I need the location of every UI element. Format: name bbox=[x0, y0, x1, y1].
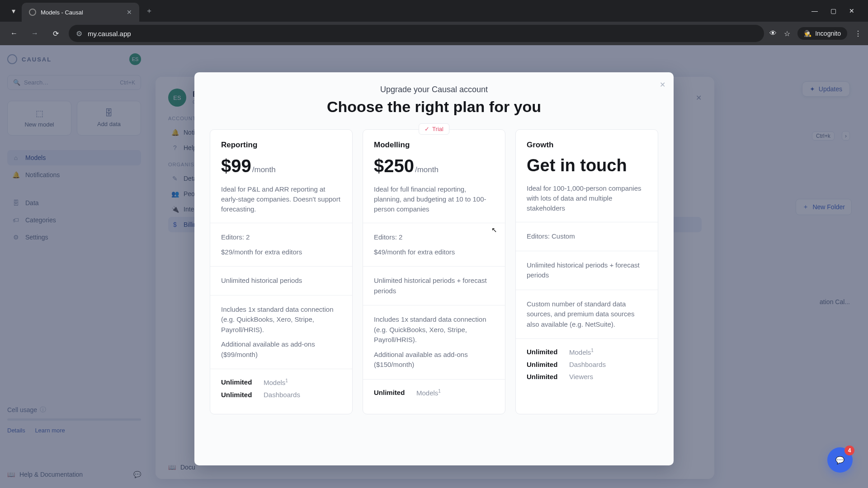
maximize-icon[interactable]: ▢ bbox=[830, 7, 836, 14]
plan-price: $250 bbox=[374, 156, 414, 176]
modal-scroll[interactable]: Upgrade your Causal account Choose the r… bbox=[194, 72, 674, 465]
trial-badge: ✓Trial bbox=[419, 123, 449, 135]
tab-title: Models - Causal bbox=[41, 9, 122, 16]
incognito-label: Incognito bbox=[815, 30, 841, 37]
reload-button[interactable]: ⟳ bbox=[48, 26, 63, 41]
limit-key: Unlimited bbox=[527, 373, 562, 380]
incognito-badge[interactable]: 🕵 Incognito bbox=[797, 27, 847, 40]
plan-limit-row: UnlimitedModels1 bbox=[374, 389, 494, 397]
plan-data-conn: Includes 1x standard data connection (e.… bbox=[374, 314, 494, 345]
eye-off-icon[interactable]: 👁 bbox=[769, 29, 777, 38]
limit-key: Unlimited bbox=[527, 348, 562, 356]
limit-sup: 1 bbox=[438, 389, 441, 394]
plan-periods: Unlimited historical periods bbox=[221, 276, 341, 286]
plan-period: /month bbox=[252, 165, 276, 174]
limit-value: Models bbox=[264, 379, 285, 386]
plan-reporting: Reporting $99/month Ideal for P&L and AR… bbox=[210, 129, 353, 414]
chat-icon: 💬 bbox=[835, 456, 844, 465]
plan-data-conn: Includes 1x standard data connection (e.… bbox=[221, 305, 341, 335]
url-text: my.causal.app bbox=[88, 30, 131, 38]
chat-badge: 4 bbox=[844, 446, 854, 455]
limit-sup: 1 bbox=[591, 348, 594, 353]
address-bar: ← → ⟳ ⚙ my.causal.app 👁 ☆ 🕵 Incognito ⋮ bbox=[0, 22, 868, 45]
plan-periods: Unlimited historical periods + forecast … bbox=[374, 276, 494, 296]
plan-addons: Additional available as add-ons ($150/mo… bbox=[374, 350, 494, 370]
plan-extra-editors: $29/month for extra editors bbox=[221, 247, 341, 258]
window-controls: ― ▢ ✕ bbox=[811, 7, 863, 14]
modal-title: Choose the right plan for you bbox=[205, 98, 663, 116]
plan-editors: Editors: 2 bbox=[221, 232, 341, 243]
plan-limit-row: UnlimitedModels1 bbox=[221, 378, 341, 386]
bookmark-icon[interactable]: ☆ bbox=[784, 29, 790, 38]
limit-value: Viewers bbox=[569, 373, 593, 380]
limit-value: Dashboards bbox=[569, 361, 606, 368]
check-icon: ✓ bbox=[425, 126, 429, 132]
plan-desc: Ideal for full financial reporting, plan… bbox=[374, 184, 494, 214]
app-root: CAUSAL ES 🔍 Search… Ctrl+K ⬚New model 🗄A… bbox=[0, 45, 868, 488]
plan-extra-editors: $49/month for extra editors bbox=[374, 247, 494, 258]
tab-favicon bbox=[29, 9, 36, 16]
incognito-icon: 🕵 bbox=[804, 30, 811, 37]
plan-limit-row: UnlimitedViewers bbox=[527, 373, 647, 380]
tab-bar: ▾ Models - Causal ✕ ＋ ― ▢ ✕ bbox=[0, 0, 868, 22]
new-tab-button[interactable]: ＋ bbox=[146, 6, 153, 16]
back-button[interactable]: ← bbox=[6, 26, 22, 41]
plan-desc: Ideal for P&L and ARR reporting at early… bbox=[221, 184, 341, 214]
plan-limit-row: UnlimitedDashboards bbox=[527, 361, 647, 368]
browser-chrome: ▾ Models - Causal ✕ ＋ ― ▢ ✕ ← → ⟳ ⚙ my.c… bbox=[0, 0, 868, 45]
close-window-icon[interactable]: ✕ bbox=[849, 7, 854, 14]
upgrade-modal: ✕ Upgrade your Causal account Choose the… bbox=[194, 72, 674, 465]
limit-value: Dashboards bbox=[264, 391, 300, 399]
plan-modelling: ✓Trial Modelling $250/month Ideal for fu… bbox=[363, 129, 505, 414]
modal-close-icon[interactable]: ✕ bbox=[660, 80, 665, 89]
limit-value: Models bbox=[569, 348, 591, 356]
trial-label: Trial bbox=[432, 126, 443, 132]
plan-growth: Growth Get in touch Ideal for 100-1,000-… bbox=[515, 129, 658, 414]
plan-name: Modelling bbox=[374, 141, 494, 150]
plan-data-conn: Custom number of standard data sources, … bbox=[527, 299, 647, 330]
forward-button[interactable]: → bbox=[27, 26, 42, 41]
minimize-icon[interactable]: ― bbox=[811, 7, 818, 14]
limit-key: Unlimited bbox=[221, 391, 256, 399]
plan-desc: Ideal for 100-1,000-person companies wit… bbox=[527, 183, 647, 213]
plan-limit-row: UnlimitedDashboards bbox=[221, 391, 341, 399]
limit-sup: 1 bbox=[285, 378, 288, 383]
plan-name: Growth bbox=[527, 141, 647, 150]
plan-editors: Editors: Custom bbox=[527, 231, 647, 242]
limit-value: Models bbox=[416, 389, 438, 397]
plan-period: /month bbox=[415, 165, 439, 174]
plan-editors: Editors: 2 bbox=[374, 232, 494, 243]
url-input[interactable]: ⚙ my.causal.app bbox=[69, 25, 764, 42]
chat-fab[interactable]: 💬 4 bbox=[827, 447, 853, 473]
site-settings-icon[interactable]: ⚙ bbox=[76, 29, 82, 38]
limit-key: Unlimited bbox=[221, 378, 256, 386]
plan-price: $99 bbox=[221, 156, 251, 176]
browser-menu-icon[interactable]: ⋮ bbox=[854, 29, 862, 38]
plan-addons: Additional available as add-ons ($99/mon… bbox=[221, 339, 341, 360]
plan-price-text: Get in touch bbox=[527, 156, 627, 175]
tab-close-icon[interactable]: ✕ bbox=[127, 9, 132, 16]
plan-periods: Unlimited historical periods + forecast … bbox=[527, 260, 647, 281]
limit-key: Unlimited bbox=[527, 361, 562, 368]
tab-dropdown-button[interactable]: ▾ bbox=[5, 3, 22, 19]
plan-name: Reporting bbox=[221, 141, 341, 150]
limit-key: Unlimited bbox=[374, 389, 409, 397]
modal-subtitle: Upgrade your Causal account bbox=[205, 85, 663, 94]
browser-tab[interactable]: Models - Causal ✕ bbox=[22, 3, 139, 22]
plan-limit-row: UnlimitedModels1 bbox=[527, 348, 647, 356]
